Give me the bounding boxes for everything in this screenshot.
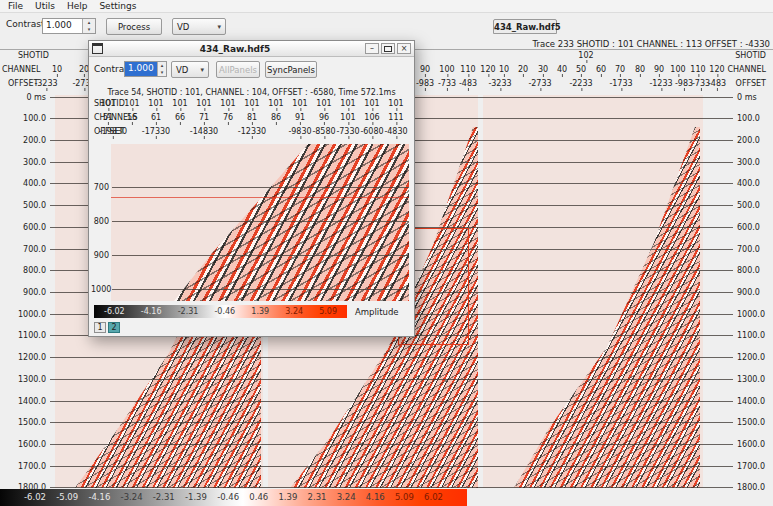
dialog-channel-value: 86 (271, 113, 281, 122)
display-mode-select[interactable]: VD ▾ (172, 18, 226, 35)
seismic-viewer-app: FileUtilsHelpSettings Contrast 1.000 ▴ ▾… (0, 0, 773, 506)
time-tick-right: 1800.0 (733, 483, 773, 492)
time-tick-left: 300.0 (0, 158, 50, 167)
spin-up-icon[interactable]: ▴ (83, 19, 95, 26)
maximize-button[interactable] (381, 43, 395, 54)
close-button[interactable]: × (397, 43, 411, 54)
time-tick-left: 1700.0 (0, 462, 50, 471)
channel-value: 30 (538, 65, 548, 74)
time-tick-right: 900.0 (733, 288, 773, 297)
menu-item[interactable]: Utils (35, 1, 55, 11)
time-tick-left: 0 ms (0, 93, 50, 102)
channel-value: 120 (709, 65, 724, 74)
dialog-titlebar[interactable]: 434_Raw.hdf5 – × (89, 41, 414, 57)
time-tick-right: 100.0 (733, 114, 773, 123)
offset-value: -2733 (528, 79, 551, 88)
syncpanels-button[interactable]: SyncPanels (265, 61, 317, 78)
dialog-channel-value: 101 (340, 113, 355, 122)
chevron-down-icon: ▾ (217, 19, 221, 34)
dialog-shotid-value: 101 (244, 99, 259, 108)
window-icon (92, 43, 103, 54)
time-tick-right: 300.0 (733, 158, 773, 167)
dialog-offset-value: -14830 (190, 127, 218, 136)
menu-item[interactable]: File (8, 1, 23, 11)
amplitude-label: Amplitude (355, 307, 399, 317)
dialog-time-tick: 1000 (91, 285, 112, 294)
time-tick-left: 1100.0 (0, 331, 50, 340)
dialog-display-mode-value: VD (176, 62, 188, 77)
dialog-channel-row: 51566166717681869196101106111 (89, 113, 414, 125)
dialog-channel-value: 81 (247, 113, 257, 122)
colorbar-tick: 1.39 (278, 489, 297, 506)
dialog-offset-value: -8580 (312, 127, 335, 136)
dialog-seismic-plot[interactable] (111, 144, 409, 301)
time-tick-left: 500.0 (0, 201, 50, 210)
dialog-offset-value: -19830 (99, 127, 127, 136)
offset-value: -483 (708, 79, 726, 88)
channel-value: 110 (690, 65, 705, 74)
time-tick-right: 800.0 (733, 266, 773, 275)
channel-value: 10 (499, 65, 509, 74)
time-tick-right: 700.0 (733, 245, 773, 254)
dialog-trace-info: Trace 54, SHOTID : 101, CHANNEL : 104, O… (89, 88, 414, 97)
colorbar-tick: -3.24 (121, 489, 143, 506)
spinner-steps[interactable]: ▴ ▾ (82, 19, 95, 33)
colorbar-tick: -4.16 (88, 489, 110, 506)
colorbar-tick: -1.39 (185, 489, 207, 506)
colorbar-tick: -6.02 (104, 305, 125, 318)
spinner-steps[interactable]: ▴ ▾ (157, 62, 166, 76)
colorbar-tick: 2.31 (308, 489, 327, 506)
dialog-shotid-value: 101 (316, 99, 331, 108)
offset-value: -483 (459, 79, 477, 88)
offset-value: -3233 (34, 79, 57, 88)
tab-panel-1[interactable]: 1 (94, 322, 106, 333)
menu-item[interactable]: Help (67, 1, 88, 11)
colorbar-tick: 4.16 (366, 489, 385, 506)
time-tick-right: 1500.0 (733, 418, 773, 427)
time-tick-left: 800.0 (0, 266, 50, 275)
contrast-value[interactable]: 1.000 (43, 19, 82, 33)
seismic-wedge (111, 144, 409, 301)
dialog-channel-value: 76 (223, 113, 233, 122)
dialog-shotid-value: 101 (268, 99, 283, 108)
dialog-contrast-value[interactable]: 1.000 (125, 62, 157, 76)
contrast-spinner[interactable]: 1.000 ▴ ▾ (42, 18, 96, 34)
channel-value: 70 (615, 65, 625, 74)
channel-value: 100 (439, 65, 454, 74)
offset-value: -983 (675, 79, 693, 88)
spin-up-icon[interactable]: ▴ (158, 62, 166, 69)
time-tick-right: 1200.0 (733, 353, 773, 362)
time-tick-right: 1700.0 (733, 462, 773, 471)
channel-value: 120 (480, 65, 495, 74)
dialog-offset-value: -17330 (142, 127, 170, 136)
colorbar-tick: 3.24 (337, 489, 356, 506)
tab-panel-2[interactable]: 2 (108, 322, 120, 333)
dialog-channel-value: 61 (151, 113, 161, 122)
time-tick-left: 1500.0 (0, 418, 50, 427)
time-tick-left: 700.0 (0, 245, 50, 254)
channel-value: 90 (654, 65, 664, 74)
process-button[interactable]: Process (106, 18, 162, 35)
gather-dialog-window[interactable]: 434_Raw.hdf5 – × Contrast 1.000 ▴ ▾ VD ▾… (88, 40, 415, 337)
dialog-contrast-spinner[interactable]: 1.000 ▴ ▾ (124, 61, 167, 77)
seismic-wedge (483, 95, 703, 488)
colorbar-tick: 6.02 (424, 489, 443, 506)
dialog-channel-value: 106 (364, 113, 379, 122)
allpanels-button[interactable]: AllPanels (216, 61, 260, 78)
display-mode-value: VD (177, 19, 189, 34)
time-tick-right: 1600.0 (733, 440, 773, 449)
menu-item[interactable]: Settings (99, 1, 136, 11)
document-tab[interactable]: 434_Raw.hdf5 (493, 19, 557, 34)
dialog-shotid-value: 101 (172, 99, 187, 108)
spin-down-icon[interactable]: ▾ (83, 26, 95, 33)
time-tick-left: 1300.0 (0, 375, 50, 384)
offset-value: -983 (416, 79, 434, 88)
time-tick-right: 0 ms (733, 93, 773, 102)
colorbar-tick: -6.02 (24, 489, 46, 506)
dialog-shotid-value: 101 (364, 99, 379, 108)
minimize-button[interactable]: – (365, 43, 379, 54)
time-tick-left: 1600.0 (0, 440, 50, 449)
spin-down-icon[interactable]: ▾ (158, 69, 166, 76)
dialog-display-mode-select[interactable]: VD ▾ (171, 61, 209, 78)
seismic-panel-3[interactable] (483, 95, 703, 488)
